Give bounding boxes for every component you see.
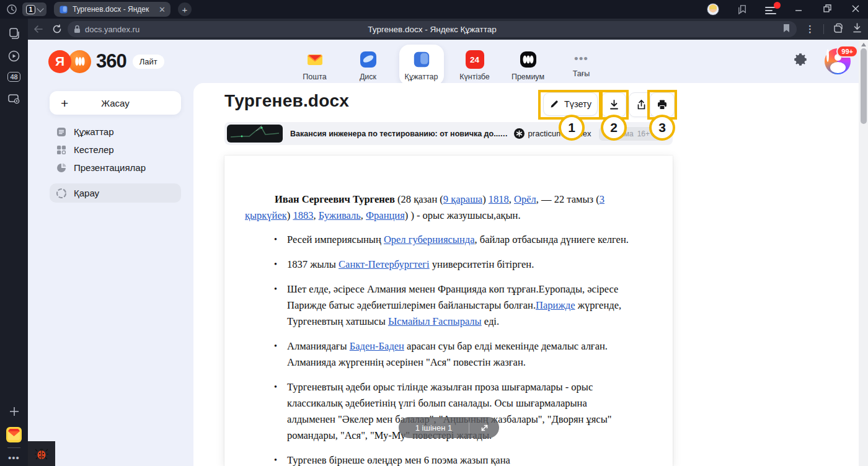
address-toolbar: docs.yandex.ru Тургенев.docx - Яндекс Құ…: [28, 19, 868, 40]
lock-icon: [74, 25, 81, 33]
annotation-circle-3: 3: [649, 115, 675, 141]
doc-paragraph: Иван Сергеевич Тургенев (28 қазан (9 қар…: [245, 191, 633, 224]
new-tab-button[interactable]: +: [178, 2, 192, 16]
doc-hyperlink[interactable]: Франция: [366, 209, 405, 221]
history-icon[interactable]: [5, 2, 19, 16]
downloads-icon[interactable]: [852, 23, 862, 35]
sidebar-item-tables[interactable]: Кестелер: [50, 141, 181, 159]
doc-list-item: •Алманиядағы Баден-Баден арасан суы бар …: [245, 338, 633, 371]
scrollbar[interactable]: [859, 40, 868, 466]
sidebar-badge-48[interactable]: 48: [0, 72, 28, 82]
table-icon: [56, 144, 67, 156]
doc-list-item: •Тургенев бірнеше өлеңдер мен 6 поэма жа…: [245, 452, 633, 466]
tab-group-button[interactable]: 1: [22, 2, 46, 16]
doc-hyperlink[interactable]: Орел губерниясында: [384, 234, 475, 245]
doc-text: 1837 жылы: [287, 258, 339, 270]
mail-sidebar-icon[interactable]: [0, 426, 28, 443]
doc-hyperlink[interactable]: Парижде: [536, 299, 575, 311]
url-bar[interactable]: docs.yandex.ru Тургенев.docx - Яндекс Құ…: [68, 21, 797, 37]
bullet-marker: •: [274, 338, 277, 354]
doc-text: ,: [313, 209, 318, 221]
app-docs[interactable]: Құжаттар: [399, 45, 444, 86]
tabs-panel-icon[interactable]: [0, 27, 28, 40]
ad-headline: Вакансия инженера по тестированию: от но…: [290, 130, 509, 138]
calendar-app-icon: 24: [466, 50, 484, 69]
close-window-button[interactable]: [849, 4, 862, 14]
globe-icon: [56, 188, 67, 199]
document-icon: [56, 126, 67, 138]
app-calendar[interactable]: 24 Күнтізбе: [453, 45, 497, 81]
sidebar-item-docs[interactable]: Құжаттар: [50, 123, 181, 141]
scrollbar-thumb[interactable]: [861, 48, 867, 124]
annotation-circle-2: 2: [601, 115, 627, 141]
doc-hyperlink[interactable]: Орёл: [514, 193, 536, 205]
doc-text: ,: [361, 209, 366, 221]
chevron-down-icon: [37, 5, 43, 12]
back-icon[interactable]: [30, 21, 46, 37]
notification-count-badge: 99+: [836, 45, 858, 58]
doc-hyperlink[interactable]: 1818: [489, 193, 509, 205]
doc-text: университетін бітірген.: [430, 258, 534, 270]
doc-list-item: •Ресей империясының Орел губерниясында, …: [245, 232, 633, 248]
bookmarks-panel-icon[interactable]: [735, 2, 749, 16]
minimize-button[interactable]: [792, 4, 805, 14]
bookmark-icon[interactable]: [782, 24, 790, 35]
video-icon[interactable]: [0, 50, 28, 63]
divider: [7, 447, 20, 448]
doc-text: ,: [509, 193, 514, 205]
settings-gear-icon[interactable]: [792, 51, 808, 71]
doc-hyperlink[interactable]: Ысмайыл Ғаспыралы: [388, 315, 482, 327]
doc-text: ): [482, 193, 489, 205]
practicum-logo-icon: [514, 128, 525, 139]
bug-overlay-icon[interactable]: [28, 441, 55, 466]
browser-menu-icon[interactable]: [765, 5, 776, 14]
reload-icon[interactable]: [49, 21, 65, 37]
create-button[interactable]: + Жасау: [50, 91, 181, 115]
tab-close-icon[interactable]: ✕: [159, 5, 166, 14]
pie-chart-icon: [56, 162, 67, 174]
doc-hyperlink[interactable]: 9 қараша: [443, 193, 482, 205]
doc-title: Тургенев.docx: [224, 91, 349, 111]
doc-hyperlink[interactable]: Санкт-Петербургтегі: [339, 258, 430, 270]
sidebar-item-presentations[interactable]: Презентациялар: [50, 159, 181, 177]
browser-window: 1 Тургенев.docx - Яндек ✕ +: [0, 0, 868, 466]
notification-dot: [774, 2, 781, 9]
divider: [823, 24, 824, 34]
document-panel: Тургенев.docx Түзету: [193, 83, 859, 466]
doc-hyperlink[interactable]: 1883: [293, 209, 313, 221]
share-icon: [636, 99, 647, 110]
doc-text: Алманиядағы: [287, 340, 350, 352]
docs-favicon: [59, 5, 68, 14]
tab-turgenev[interactable]: Тургенев.docx - Яндек ✕: [54, 2, 170, 17]
collections-icon[interactable]: [833, 23, 844, 36]
doc-hyperlink[interactable]: Буживаль: [319, 209, 361, 221]
screenshot-icon[interactable]: [0, 93, 28, 105]
doc-text: Ресей империясының: [287, 234, 384, 245]
doc-hyperlink[interactable]: Баден-Баден: [350, 340, 404, 352]
sidebar-item-view[interactable]: Қарау: [50, 183, 181, 203]
ad-thumbnail: [227, 125, 283, 143]
scrollbar-up-arrow[interactable]: [861, 43, 866, 46]
app-mail[interactable]: Пошта: [293, 45, 337, 81]
browser-profile-avatar[interactable]: [707, 3, 719, 15]
doc-text: , — 22 тамыз (: [536, 193, 600, 205]
more-panel-icon[interactable]: •••: [0, 452, 28, 463]
app-more[interactable]: ••• Тағы: [559, 45, 604, 78]
premium-app-icon: [518, 50, 538, 69]
yandex360-logo[interactable]: Я 360 Лайт: [48, 50, 164, 73]
app-premium[interactable]: Премиум: [506, 45, 551, 81]
brand-number: 360: [96, 50, 126, 73]
user-avatar[interactable]: 99+: [825, 48, 851, 74]
doc-text: Тургенев бірнеше өлеңдер мен 6 поэма жаз…: [287, 454, 510, 466]
fullscreen-expand-icon[interactable]: [469, 423, 499, 433]
doc-text: (28 қазан (: [395, 193, 443, 205]
plus-icon: +: [61, 97, 68, 110]
add-panel-icon[interactable]: [0, 406, 28, 417]
app-disk[interactable]: Диск: [346, 45, 391, 81]
kebab-menu-icon[interactable]: ⋮: [805, 24, 815, 35]
restore-button[interactable]: [821, 4, 833, 14]
tab-title: Тургенев.docx - Яндек: [73, 5, 154, 14]
docs-sidebar: + Жасау Құжаттар: [28, 83, 193, 466]
mail-app-icon: [305, 50, 325, 69]
url-domain: docs.yandex.ru: [85, 25, 140, 34]
